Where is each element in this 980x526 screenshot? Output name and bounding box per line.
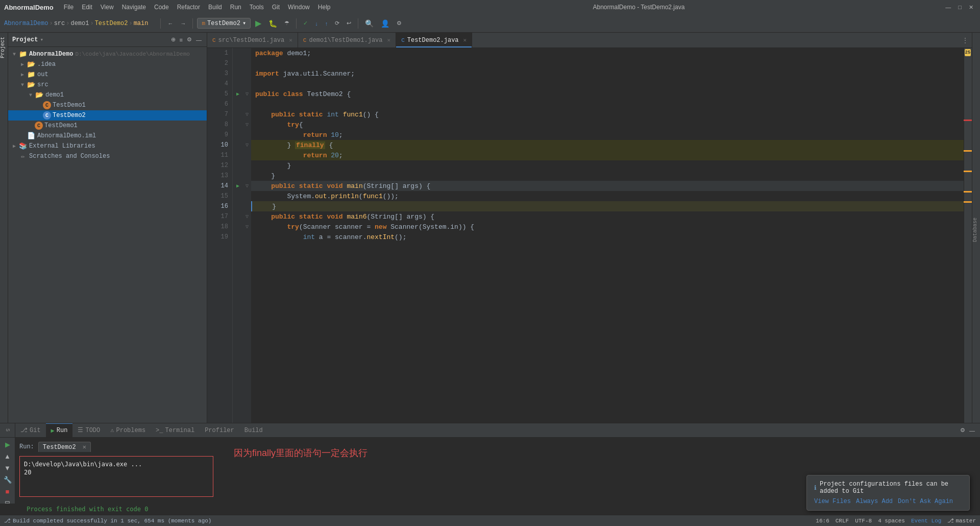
bottom-tab-terminal[interactable]: >_ Terminal — [151, 423, 200, 437]
run-button[interactable]: ▶ — [253, 17, 264, 30]
code-content[interactable]: package demo1; import java.util.Scanner;… — [251, 48, 964, 423]
panel-settings-btn[interactable]: ⚙ — [186, 35, 193, 44]
fold-17[interactable]: ▽ — [243, 211, 251, 222]
tree-item-iml[interactable]: 📄 AbnormalDemo.iml — [8, 131, 207, 141]
panel-collapse-btn[interactable]: ≡ — [179, 35, 184, 44]
bottom-tab-profiler[interactable]: Profiler — [200, 423, 239, 437]
tab3-close[interactable]: ✕ — [463, 37, 467, 43]
menu-help[interactable]: Help — [314, 3, 335, 12]
forward-button[interactable]: → — [178, 19, 188, 28]
menu-build[interactable]: Build — [204, 3, 226, 12]
tree-item-src[interactable]: ▼ 📂 src — [8, 80, 207, 90]
fold-18[interactable]: ▽ — [243, 222, 251, 232]
bottom-settings-btn[interactable]: ⚙ — [959, 426, 966, 435]
settings-icon[interactable]: ⚙ — [394, 18, 404, 28]
tree-item-testdemo2[interactable]: C TestDemo2 — [8, 110, 207, 121]
git-rollback-button[interactable]: ↩ — [344, 18, 354, 28]
git-push-button[interactable]: ↑ — [323, 19, 331, 28]
breadcrumb-demo1[interactable]: demo1 — [70, 20, 89, 27]
run-configuration[interactable]: m TestDemo2 ▾ — [197, 18, 251, 29]
terminal-tab-icon: >_ — [156, 427, 163, 434]
fold-14[interactable]: ▽ — [243, 181, 251, 191]
menu-git[interactable]: Git — [268, 3, 284, 12]
run-up-btn[interactable]: ▲ — [3, 451, 12, 461]
notification-always-add[interactable]: Always Add — [856, 498, 893, 505]
event-log-link[interactable]: Event Log — [911, 518, 941, 524]
minimize-button[interactable]: — — [943, 3, 953, 12]
tree-item-testdemo1-root[interactable]: C TestDemo1 — [8, 121, 207, 131]
close-button[interactable]: ✕ — [966, 3, 976, 12]
tree-item-out[interactable]: ▶ 📁 out — [8, 69, 207, 80]
tree-item-root[interactable]: ▼ 📁 AbnormalDemo D:\code\java\Javacode\A… — [8, 49, 207, 59]
tab-more-button[interactable]: ⋮ — [962, 36, 969, 44]
status-git-branch[interactable]: ⎇ master — [947, 517, 976, 524]
panel-sync-btn[interactable]: ⊕ — [170, 35, 177, 44]
bottom-tab-todo[interactable]: ☰ TODO — [72, 423, 105, 437]
fold-7[interactable]: ▽ — [243, 109, 251, 119]
maximize-button[interactable]: □ — [955, 3, 964, 12]
tab1-close[interactable]: ✕ — [289, 37, 292, 43]
run-play-btn[interactable]: ▶ — [4, 440, 11, 449]
menu-edit[interactable]: Edit — [78, 3, 96, 12]
status-position[interactable]: 16:6 — [816, 518, 829, 524]
menu-code[interactable]: Code — [150, 3, 173, 12]
bottom-tab-problems[interactable]: ⚠ Problems — [105, 423, 151, 437]
status-line-sep[interactable]: CRLF — [836, 518, 849, 524]
back-button[interactable]: ← — [165, 19, 176, 28]
status-indent[interactable]: 4 spaces — [878, 518, 905, 524]
panel-hide-btn[interactable]: — — [195, 35, 203, 44]
user-button[interactable]: 👤 — [378, 18, 392, 29]
bottom-minimize-btn[interactable]: — — [968, 426, 976, 435]
run-down-btn[interactable]: ▼ — [3, 463, 12, 473]
fold-8[interactable]: ▽ — [243, 119, 251, 130]
menu-run[interactable]: Run — [226, 3, 246, 12]
tab-testdemo1-demo1[interactable]: C demo1\TestDemo1.java ✕ — [298, 33, 396, 47]
menu-window[interactable]: Window — [284, 3, 314, 12]
git-history-button[interactable]: ⟳ — [332, 18, 342, 28]
run-tools-btn[interactable]: 🔧 — [3, 475, 13, 485]
error-count-badge[interactable]: 25 — [965, 49, 971, 56]
notification-dont-ask[interactable]: Don't Ask Again — [898, 498, 953, 505]
tree-item-testdemo1-demo1[interactable]: C TestDemo1 — [8, 100, 207, 110]
git-check-button[interactable]: ✓ — [301, 18, 310, 28]
run-tab-instance[interactable]: TestDemo2 ✕ — [38, 442, 91, 452]
tree-item-scratches[interactable]: ▶ ✏️ Scratches and Consoles — [8, 151, 207, 161]
menu-view[interactable]: View — [96, 3, 118, 12]
tab-testdemo1-src[interactable]: C src\TestDemo1.java ✕ — [207, 33, 298, 47]
panel-dropdown-icon[interactable]: ▾ — [40, 36, 43, 43]
fold-10[interactable]: ▽ — [243, 140, 251, 150]
tree-item-demo1[interactable]: ▼ 📂 demo1 — [8, 90, 207, 100]
database-sidebar-tab[interactable]: Database — [972, 218, 978, 242]
run-layout-btn[interactable]: ⊟ — [4, 498, 11, 504]
fold-5[interactable]: ▽ — [243, 89, 251, 99]
menu-navigate[interactable]: Navigate — [118, 3, 150, 12]
bottom-tab-run[interactable]: ▶ Run — [46, 423, 73, 437]
sidebar-project-tab[interactable]: Project — [0, 37, 6, 58]
breadcrumb-method[interactable]: main — [134, 20, 149, 27]
bottom-tab-build[interactable]: Build — [239, 423, 268, 437]
run-cell-14[interactable]: ▶ — [233, 181, 243, 191]
git-update-button[interactable]: ↓ — [312, 19, 321, 28]
status-encoding[interactable]: UTF-8 — [855, 518, 872, 524]
run-cell-5[interactable]: ▶ — [233, 89, 243, 99]
tree-item-external[interactable]: ▶ 📚 External Libraries — [8, 141, 207, 151]
coverage-button[interactable]: ☂ — [282, 18, 292, 28]
tree-item-idea[interactable]: ▶ 📂 .idea — [8, 59, 207, 69]
bottom-tab-git[interactable]: ⎇ Git — [15, 423, 46, 437]
structure-tab[interactable]: S — [5, 428, 10, 432]
menu-refactor[interactable]: Refactor — [173, 3, 204, 12]
git-branch-icon: ⎇ — [947, 517, 954, 524]
breadcrumb-class[interactable]: TestDemo2 — [95, 20, 128, 27]
search-button[interactable]: 🔍 — [362, 18, 376, 29]
breadcrumb-src[interactable]: src — [54, 20, 65, 27]
breadcrumb-root[interactable]: AbnormalDemo — [4, 20, 48, 27]
tab-testdemo2[interactable]: C TestDemo2.java ✕ — [396, 33, 472, 47]
tab2-close[interactable]: ✕ — [387, 37, 391, 43]
run-output-box: D:\develop\Java\bin\java.exe ... 20 — [19, 456, 213, 497]
menu-file[interactable]: File — [60, 3, 78, 12]
menu-tools[interactable]: Tools — [246, 3, 268, 12]
run-tab-close-btn[interactable]: ✕ — [83, 444, 86, 451]
debug-button[interactable]: 🐛 — [266, 18, 280, 29]
run-stop-btn[interactable]: ■ — [5, 487, 11, 496]
notification-view-files[interactable]: View Files — [814, 498, 851, 505]
